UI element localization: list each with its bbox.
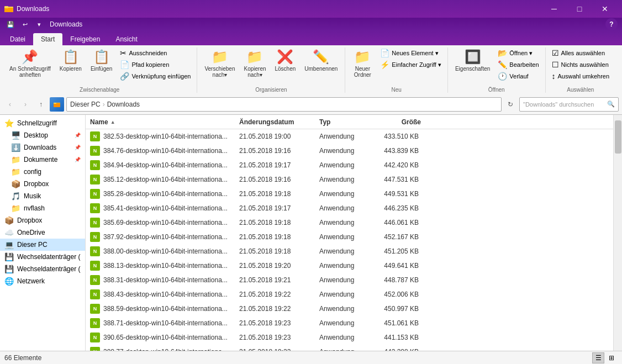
rename-button[interactable]: ✏️ Umbenennen: [301, 48, 341, 73]
table-row[interactable]: N 385.28-desktop-win10-64bit-internation…: [86, 187, 613, 201]
copy-to-icon: 📁: [246, 49, 263, 65]
properties-button[interactable]: 🔲 Eigenschaften: [451, 48, 494, 73]
forward-button[interactable]: ›: [19, 97, 32, 112]
sidebar-item-dropbox[interactable]: 📦 Dropbox: [0, 214, 85, 226]
tab-datei[interactable]: Datei: [2, 33, 33, 45]
sidebar-item-schnellzugriff[interactable]: ⭐ Schnellzugriff: [0, 117, 85, 129]
table-row[interactable]: N 390.77-desktop-win10-64bit-internation…: [86, 345, 613, 351]
sidebar-item-netzwerk[interactable]: 🌐 Netzwerk: [0, 275, 85, 287]
help-button[interactable]: ?: [605, 18, 618, 30]
auswaehlen-col: ☑ Alles auswählen ☐ Nichts auswählen ↕ A…: [549, 48, 613, 82]
nav-icon[interactable]: [50, 97, 64, 112]
select-none-button[interactable]: ☐ Nichts auswählen: [549, 59, 613, 70]
back-button[interactable]: ‹: [3, 97, 17, 112]
select-all-icon: ☑: [552, 49, 559, 57]
table-row[interactable]: N 384.94-desktop-win10-64bit-internation…: [86, 158, 613, 172]
easy-access-button[interactable]: ⚡ Einfacher Zugriff ▾: [377, 59, 444, 70]
properties-icon: 🔲: [465, 49, 481, 65]
view-large-button[interactable]: ⊞: [605, 352, 618, 363]
tab-freigeben[interactable]: Freigeben: [62, 33, 108, 45]
pin-button[interactable]: 📌 An Schnellzugriffanheften: [6, 48, 55, 80]
file-name-cell: N 382.53-desktop-win10-64bit-internation…: [86, 129, 235, 144]
breadcrumb-dieser-pc[interactable]: Dieser PC: [70, 101, 101, 108]
sidebar-item-dokumente[interactable]: 📁 Dokumente 📌: [0, 154, 85, 166]
copy-button[interactable]: 📋 Kopieren: [56, 48, 86, 73]
col-header-type[interactable]: Typ: [315, 116, 370, 128]
svg-rect-4: [54, 104, 60, 107]
maximize-button[interactable]: □: [567, 0, 592, 18]
invert-button[interactable]: ↕ Auswahl umkehren: [549, 71, 613, 82]
sidebar-item-musik[interactable]: 🎵 Musik: [0, 190, 85, 202]
table-row[interactable]: N 388.59-desktop-win10-64bit-internation…: [86, 302, 613, 316]
search-icon[interactable]: 🔍: [607, 101, 615, 108]
table-row[interactable]: N 384.76-desktop-win10-64bit-internation…: [86, 144, 613, 158]
path-copy-button[interactable]: 📄 Pfad kopieren: [117, 59, 193, 70]
paste-button[interactable]: 📋 Einfügen: [87, 48, 116, 73]
edit-button[interactable]: ✏️ Bearbeiten: [495, 59, 541, 70]
table-row[interactable]: N 385.41-desktop-win10-64bit-internation…: [86, 201, 613, 215]
view-details-button[interactable]: ☰: [592, 352, 604, 363]
breadcrumb-downloads[interactable]: Downloads: [107, 101, 140, 108]
ribbon-tabs: Datei Start Freigeben Ansicht: [0, 31, 622, 45]
delete-button[interactable]: ❌ Löschen: [271, 48, 300, 73]
col-header-size[interactable]: Größe: [370, 116, 425, 128]
scroll-thumb[interactable]: [615, 120, 621, 154]
table-row[interactable]: N 385.12-desktop-win10-64bit-internation…: [86, 172, 613, 187]
open-button[interactable]: 📂 Öffnen ▾: [495, 48, 541, 59]
minimize-button[interactable]: ─: [541, 0, 567, 18]
table-row[interactable]: N 388.31-desktop-win10-64bit-internation…: [86, 273, 613, 287]
breadcrumb[interactable]: Dieser PC › Downloads: [66, 97, 502, 112]
search-box[interactable]: "Downloads" durchsuchen 🔍: [519, 97, 619, 112]
table-row[interactable]: N 387.92-desktop-win10-64bit-internation…: [86, 230, 613, 244]
move-button[interactable]: 📁 Verschiebennach▾: [201, 48, 239, 80]
sidebar-item-config[interactable]: 📁 config: [0, 166, 85, 178]
downloads-icon: ⬇️: [11, 143, 20, 152]
link-button[interactable]: 🔗 Verknüpfung einfügen: [117, 71, 193, 82]
file-size-cell: 451.061 KB: [370, 317, 425, 329]
cut-button[interactable]: ✂ Ausschneiden: [117, 48, 193, 59]
new-folder-button[interactable]: 📁 NeuerOrdner: [349, 48, 376, 80]
refresh-button[interactable]: ↻: [504, 97, 517, 112]
up-button[interactable]: ↑: [34, 97, 48, 112]
table-row[interactable]: N 388.43-desktop-win10-64bit-internation…: [86, 287, 613, 302]
file-list[interactable]: N 382.53-desktop-win10-64bit-internation…: [86, 129, 613, 351]
paste-icon: 📋: [93, 49, 110, 65]
view-controls: ☰ ⊞: [592, 352, 618, 363]
table-row[interactable]: N 390.65-desktop-win10-64bit-internation…: [86, 330, 613, 345]
dropdown-quick-btn[interactable]: ▾: [33, 18, 45, 30]
size-header-label: Größe: [402, 118, 421, 126]
sidebar-item-wechsel2[interactable]: 💾 Wechseldatenträger (: [0, 263, 85, 275]
file-size-cell: 451.205 KB: [370, 245, 425, 257]
scrollbar[interactable]: [613, 115, 622, 351]
save-quick-btn[interactable]: 💾: [4, 18, 17, 30]
select-all-button[interactable]: ☑ Alles auswählen: [549, 48, 613, 59]
sidebar-item-dropbox-qa[interactable]: 📦 Dropbox: [0, 178, 85, 190]
file-name-cell: N 388.13-desktop-win10-64bit-internation…: [86, 259, 235, 273]
tab-ansicht[interactable]: Ansicht: [108, 33, 145, 45]
sidebar-item-downloads[interactable]: ⬇️ Downloads 📌: [0, 141, 85, 154]
table-row[interactable]: N 382.53-desktop-win10-64bit-internation…: [86, 129, 613, 144]
sidebar-item-dieser-pc[interactable]: 💻 Dieser PC: [0, 239, 85, 251]
sidebar-item-nvflash[interactable]: 📁 nvflash: [0, 202, 85, 214]
new-element-button[interactable]: 📄 Neues Element ▾: [377, 48, 444, 59]
close-button[interactable]: ✕: [592, 0, 618, 18]
table-row[interactable]: N 388.71-desktop-win10-64bit-internation…: [86, 316, 613, 330]
col-header-date[interactable]: Änderungsdatum: [235, 116, 315, 128]
table-row[interactable]: N 385.69-desktop-win10-64bit-internation…: [86, 215, 613, 230]
history-button[interactable]: 🕐 Verlauf: [495, 71, 541, 82]
sidebar-item-onedrive[interactable]: ☁️ OneDrive: [0, 226, 85, 239]
table-row[interactable]: N 388.00-desktop-win10-64bit-internation…: [86, 244, 613, 259]
table-row[interactable]: N 388.13-desktop-win10-64bit-internation…: [86, 259, 613, 273]
sidebar-item-wechsel1[interactable]: 💾 Wechseldatenträger (: [0, 251, 85, 263]
col-header-name[interactable]: Name ▲: [86, 116, 235, 128]
paste-label: Einfügen: [91, 66, 112, 72]
sidebar-item-desktop[interactable]: 🖥️ Desktop 📌: [0, 129, 85, 141]
musik-icon: 🎵: [11, 192, 20, 201]
undo-quick-btn[interactable]: ↩: [19, 18, 31, 30]
tab-start[interactable]: Start: [33, 33, 62, 45]
copy-to-button[interactable]: 📁 Kopierennach▾: [240, 48, 270, 80]
netzwerk-label: Netzwerk: [17, 277, 45, 285]
file-name: 382.53-desktop-win10-64bit-internationa.…: [103, 133, 228, 140]
new-folder-icon: 📁: [354, 49, 371, 65]
file-size-cell: 446.061 KB: [370, 217, 425, 229]
